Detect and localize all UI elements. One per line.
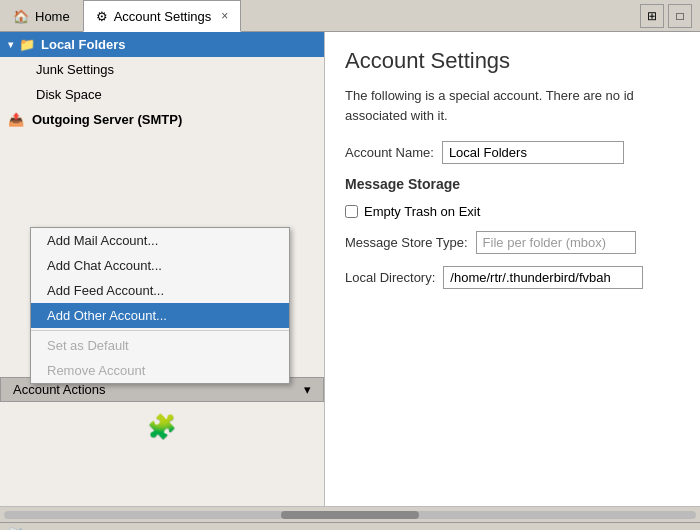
account-name-row: Account Name: xyxy=(345,141,680,164)
message-store-type-row: Message Store Type: xyxy=(345,231,680,254)
local-directory-input[interactable] xyxy=(443,266,643,289)
junk-settings-label: Junk Settings xyxy=(36,62,114,77)
home-tab-label: Home xyxy=(35,9,70,24)
outgoing-server-label: Outgoing Server (SMTP) xyxy=(32,112,182,127)
page-title: Account Settings xyxy=(345,48,680,74)
message-storage-title: Message Storage xyxy=(345,176,680,192)
smtp-icon: 📤 xyxy=(8,112,24,127)
content-description: The following is a special account. Ther… xyxy=(345,86,680,125)
empty-trash-checkbox[interactable] xyxy=(345,205,358,218)
puzzle-icon: 🧩 xyxy=(147,413,177,441)
home-tab-icon: 🏠 xyxy=(13,9,29,24)
local-directory-row: Local Directory: xyxy=(345,266,680,289)
menu-divider xyxy=(31,330,289,331)
account-settings-tab-icon: ⚙ xyxy=(96,9,108,24)
menu-add-mail[interactable]: Add Mail Account... xyxy=(31,228,289,253)
sidebar-item-disk-space[interactable]: Disk Space xyxy=(0,82,324,107)
status-bar: 📡 Done xyxy=(0,522,700,530)
tab-bar-actions: ⊞ □ xyxy=(640,0,700,31)
disk-space-label: Disk Space xyxy=(36,87,102,102)
menu-add-other[interactable]: Add Other Account... xyxy=(31,303,289,328)
account-name-input[interactable] xyxy=(442,141,624,164)
message-store-type-input[interactable] xyxy=(476,231,636,254)
sidebar-item-local-folders[interactable]: ▾ 📁 Local Folders xyxy=(0,32,324,57)
scrollbar-thumb[interactable] xyxy=(281,511,419,519)
account-actions-dropdown: Add Mail Account... Add Chat Account... … xyxy=(30,227,290,384)
message-store-type-label: Message Store Type: xyxy=(345,235,468,250)
account-settings-tab-label: Account Settings xyxy=(114,9,212,24)
empty-trash-row: Empty Trash on Exit xyxy=(345,204,680,219)
menu-set-default[interactable]: Set as Default xyxy=(31,333,289,358)
sidebar-item-outgoing-server[interactable]: 📤 Outgoing Server (SMTP) xyxy=(0,107,324,132)
scrollbar-track[interactable] xyxy=(4,511,696,519)
scrollbar-area xyxy=(0,506,700,522)
empty-trash-label: Empty Trash on Exit xyxy=(364,204,480,219)
sidebar-item-junk-settings[interactable]: Junk Settings xyxy=(0,57,324,82)
menu-add-chat[interactable]: Add Chat Account... xyxy=(31,253,289,278)
main-area: ▾ 📁 Local Folders Junk Settings Disk Spa… xyxy=(0,32,700,506)
local-folders-label: Local Folders xyxy=(41,37,126,52)
close-tab-button[interactable]: × xyxy=(221,9,228,23)
grid-view-button[interactable]: ⊞ xyxy=(640,4,664,28)
expand-arrow-icon: ▾ xyxy=(8,39,13,50)
account-name-label: Account Name: xyxy=(345,145,434,160)
account-actions-label: Account Actions xyxy=(13,382,106,397)
maximize-button[interactable]: □ xyxy=(668,4,692,28)
sidebar: ▾ 📁 Local Folders Junk Settings Disk Spa… xyxy=(0,32,325,506)
tab-bar: 🏠 Home ⚙ Account Settings × ⊞ □ xyxy=(0,0,700,32)
local-directory-label: Local Directory: xyxy=(345,270,435,285)
tab-account-settings[interactable]: ⚙ Account Settings × xyxy=(83,0,242,32)
content-panel: Account Settings The following is a spec… xyxy=(325,32,700,506)
menu-add-feed[interactable]: Add Feed Account... xyxy=(31,278,289,303)
status-icon: 📡 xyxy=(8,527,25,531)
chevron-down-icon: ▾ xyxy=(304,382,311,397)
folder-icon: 📁 xyxy=(19,37,35,52)
menu-remove-account[interactable]: Remove Account xyxy=(31,358,289,383)
tab-home[interactable]: 🏠 Home xyxy=(0,0,83,31)
